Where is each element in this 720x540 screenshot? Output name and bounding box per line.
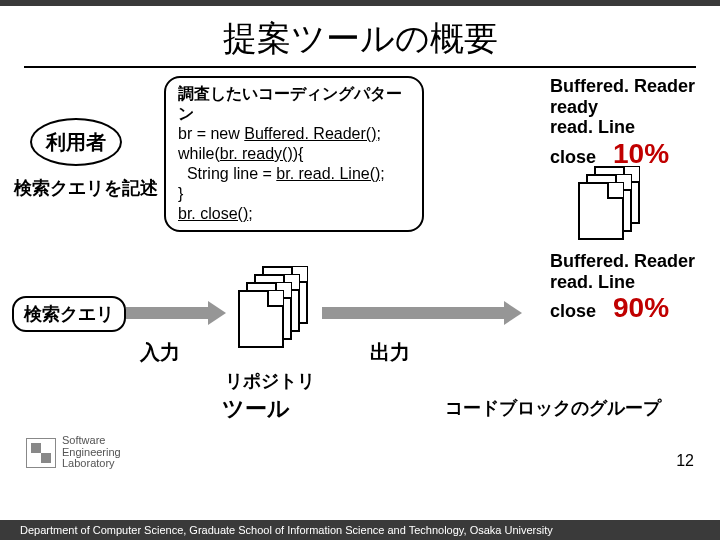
footer-text: Department of Computer Science, Graduate… — [20, 524, 553, 536]
result1-percent: 10% — [613, 138, 669, 169]
result2-line1: Buffered. Reader — [550, 251, 710, 272]
result-block-1: Buffered. Reader ready read. Line close … — [550, 76, 710, 170]
code-line-3: String line = br. read. Line(); — [178, 164, 410, 184]
user-oval: 利用者 — [30, 118, 122, 166]
arrow-head-icon — [504, 301, 522, 325]
slide-title: 提案ツールの概要 — [0, 16, 720, 62]
result1-line3: read. Line — [550, 117, 710, 138]
result2-line2: read. Line — [550, 272, 710, 293]
page-icon — [238, 290, 284, 348]
result2-percent: 90% — [613, 292, 669, 323]
result-block-2: Buffered. Reader read. Line close 90% — [550, 251, 710, 325]
input-label: 入力 — [140, 339, 180, 366]
code-line-5: br. close(); — [178, 204, 410, 224]
result1-line2: ready — [550, 97, 710, 118]
code-pattern-box: 調査したいコーディングパターン br = new Buffered. Reade… — [164, 76, 424, 232]
lab-logo-icon — [26, 438, 56, 468]
repository-label: リポジトリ — [225, 369, 315, 393]
arrow-output — [322, 301, 522, 325]
codeblock-group-label: コードブロックのグループ — [445, 396, 661, 420]
tool-label: ツール — [222, 394, 290, 424]
code-line-2: while(br. ready()){ — [178, 144, 410, 164]
lab-logo-text: Software Engineering Laboratory — [62, 435, 121, 470]
title-rule — [24, 66, 696, 68]
docs-stack-1 — [578, 166, 642, 238]
top-bar — [0, 0, 720, 6]
arrow-input — [126, 301, 226, 325]
page-number: 12 — [676, 452, 694, 470]
code-line-4: } — [178, 184, 410, 204]
arrow-shaft — [322, 307, 504, 319]
user-oval-label: 利用者 — [46, 129, 106, 156]
arrow-head-icon — [208, 301, 226, 325]
output-label: 出力 — [370, 339, 410, 366]
code-line-1: br = new Buffered. Reader(); — [178, 124, 410, 144]
lab-logo: Software Engineering Laboratory — [26, 435, 121, 470]
result2-line3: close 90% — [550, 292, 710, 324]
code-header: 調査したいコーディングパターン — [178, 84, 410, 124]
result1-line1: Buffered. Reader — [550, 76, 710, 97]
page-icon — [578, 182, 624, 240]
diagram-stage: 利用者 検索クエリを記述 調査したいコーディングパターン br = new Bu… — [0, 76, 720, 506]
arrow-shaft — [126, 307, 208, 319]
footer-bar: Department of Computer Science, Graduate… — [0, 520, 720, 540]
repository-docs-stack — [238, 266, 310, 348]
search-query-pill: 検索クエリ — [12, 296, 126, 332]
user-caption: 検索クエリを記述 — [14, 176, 158, 200]
